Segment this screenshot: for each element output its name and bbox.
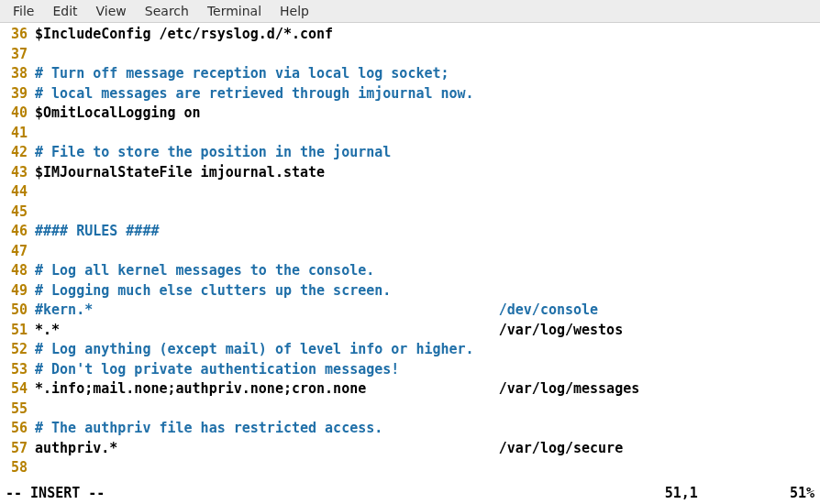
line-content[interactable]: $IncludeConfig /etc/rsyslog.d/*.conf (35, 25, 333, 45)
editor-line[interactable]: 49# Logging much else clutters up the sc… (0, 281, 820, 301)
editor-line[interactable]: 47 (0, 242, 820, 262)
editor-line[interactable]: 52# Log anything (except mail) of level … (0, 340, 820, 360)
menu-file[interactable]: File (4, 2, 43, 20)
editor-line[interactable]: 51*.* /var/log/westos (0, 321, 820, 341)
menubar: File Edit View Search Terminal Help (0, 0, 820, 23)
menu-view[interactable]: View (87, 2, 136, 20)
editor-line[interactable]: 50#kern.* /dev/console (0, 301, 820, 321)
line-number: 55 (0, 400, 35, 420)
line-content[interactable]: *.info;mail.none;authpriv.none;cron.none… (35, 379, 639, 400)
line-content[interactable]: # Don't log private authentication messa… (35, 360, 399, 380)
editor-line[interactable]: 42# File to store the position in the jo… (0, 143, 820, 163)
editor-line[interactable]: 48# Log all kernel messages to the conso… (0, 261, 820, 281)
line-number: 43 (0, 163, 35, 183)
line-number: 46 (0, 222, 35, 242)
line-content[interactable]: # Turn off message reception via local l… (35, 64, 449, 84)
line-number: 38 (0, 64, 35, 84)
editor-line[interactable]: 39# local messages are retrieved through… (0, 84, 820, 104)
line-number: 56 (0, 419, 35, 439)
line-content[interactable]: # Log anything (except mail) of level in… (35, 340, 474, 360)
editor-line[interactable]: 46#### RULES #### (0, 222, 820, 242)
line-number: 39 (0, 84, 35, 104)
line-content[interactable]: # local messages are retrieved through i… (35, 84, 474, 104)
editor-line[interactable]: 38# Turn off message reception via local… (0, 64, 820, 84)
menu-search[interactable]: Search (136, 2, 198, 20)
editor-line[interactable]: 54*.info;mail.none;authpriv.none;cron.no… (0, 379, 820, 400)
line-number: 53 (0, 360, 35, 380)
line-content[interactable]: # The authpriv file has restricted acces… (35, 419, 382, 439)
menu-edit[interactable]: Edit (43, 2, 86, 20)
status-percent: 51% (790, 484, 814, 502)
status-mode: -- INSERT -- (6, 484, 105, 502)
line-number: 41 (0, 124, 35, 144)
editor-line[interactable]: 57authpriv.* /var/log/secure (0, 439, 820, 459)
line-number: 48 (0, 261, 35, 281)
editor-line[interactable]: 43$IMJournalStateFile imjournal.state (0, 163, 820, 183)
line-number: 42 (0, 143, 35, 163)
editor-line[interactable]: 37 (0, 45, 820, 65)
line-content[interactable]: # File to store the position in the jour… (35, 143, 391, 163)
line-number: 37 (0, 45, 35, 65)
line-content[interactable]: # Logging much else clutters up the scre… (35, 281, 391, 301)
line-number: 36 (0, 25, 35, 45)
editor-line[interactable]: 45 (0, 203, 820, 223)
line-number: 47 (0, 242, 35, 262)
line-number: 40 (0, 104, 35, 124)
line-number: 44 (0, 182, 35, 203)
editor-line[interactable]: 56# The authpriv file has restricted acc… (0, 419, 820, 439)
editor-line[interactable]: 44 (0, 182, 820, 203)
line-content[interactable]: #kern.* /dev/console (35, 301, 598, 321)
line-content[interactable]: authpriv.* /var/log/secure (35, 439, 623, 459)
editor-line[interactable]: 40$OmitLocalLogging on (0, 104, 820, 124)
editor-line[interactable]: 55 (0, 400, 820, 420)
line-number: 51 (0, 321, 35, 341)
line-number: 58 (0, 458, 35, 478)
line-content[interactable]: *.* /var/log/westos (35, 321, 623, 341)
editor-line[interactable]: 36$IncludeConfig /etc/rsyslog.d/*.conf (0, 25, 820, 45)
line-content[interactable]: # Log all kernel messages to the console… (35, 261, 374, 281)
line-content[interactable]: $IMJournalStateFile imjournal.state (35, 163, 325, 183)
line-number: 45 (0, 203, 35, 223)
menu-help[interactable]: Help (271, 2, 318, 20)
menu-terminal[interactable]: Terminal (198, 2, 271, 20)
line-number: 49 (0, 281, 35, 301)
line-number: 54 (0, 379, 35, 400)
editor-area[interactable]: 36$IncludeConfig /etc/rsyslog.d/*.conf37… (0, 23, 820, 484)
line-number: 50 (0, 301, 35, 321)
status-bar: -- INSERT -- 51,1 51% (0, 484, 820, 504)
editor-line[interactable]: 41 (0, 124, 820, 144)
line-content[interactable]: #### RULES #### (35, 222, 159, 242)
line-content[interactable]: $OmitLocalLogging on (35, 104, 201, 124)
editor-line[interactable]: 53# Don't log private authentication mes… (0, 360, 820, 380)
line-number: 52 (0, 340, 35, 360)
status-position: 51,1 (665, 484, 790, 502)
editor-line[interactable]: 58 (0, 458, 820, 478)
line-number: 57 (0, 439, 35, 459)
